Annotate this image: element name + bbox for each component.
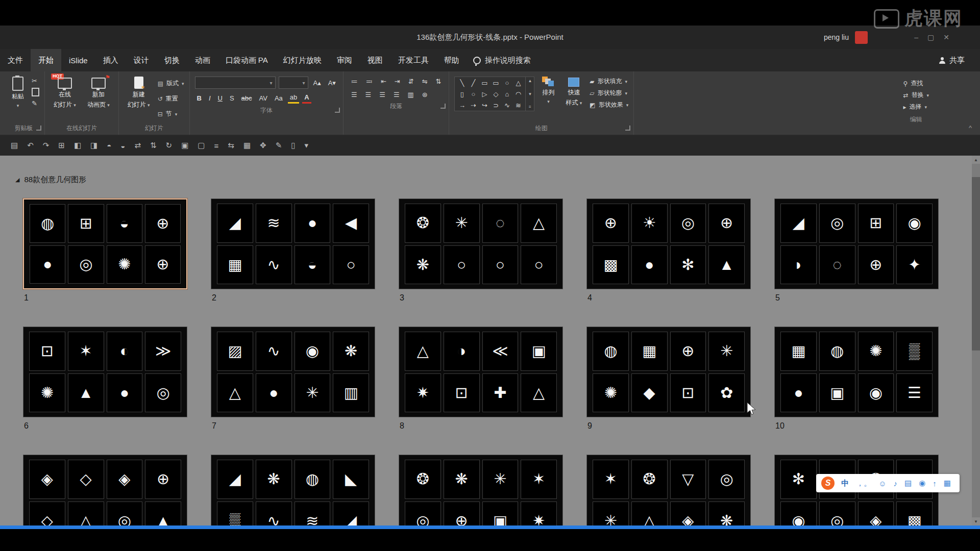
decrease-indent-button[interactable]: ⇤ (378, 77, 389, 86)
underline-button[interactable]: U (216, 93, 225, 103)
shapes-gallery[interactable]: ╲╱▭▭○△▯○▷◇⌂◠→⇢↪⊃∿≋ ▲ ▼ ≡ (454, 77, 534, 111)
collapse-ribbon-icon[interactable]: ^ (969, 124, 972, 132)
restore-icon[interactable]: ▢ (927, 33, 934, 41)
ime-logo-icon[interactable]: S (821, 477, 835, 490)
change-case-button[interactable]: Aa (273, 93, 285, 103)
apps-grid-icon[interactable]: ▦ (940, 479, 954, 488)
rounded-rectangle-icon[interactable]: ▭ (490, 79, 501, 87)
scribble-icon[interactable]: ∿ (501, 102, 512, 109)
slide-thumbnail[interactable]: ◈◇◈⊕◇△◎▲ (23, 455, 187, 525)
right-triangle-icon[interactable]: ▷ (479, 90, 490, 98)
slide-thumbnail[interactable]: ◢≋●◀▦∿◒○ (211, 198, 375, 289)
dashed-arrow-icon[interactable]: ⇢ (468, 102, 479, 109)
new-slide-button[interactable]: 新建 幻灯片 ▾ (124, 74, 154, 111)
rectangle-icon[interactable]: ▭ (479, 79, 490, 87)
distribute-vertical-icon[interactable]: ⇅ (145, 141, 161, 150)
online-slides-button[interactable]: HOT 在线 幻灯片 ▾ (50, 74, 80, 111)
close-icon[interactable]: ✕ (943, 33, 949, 41)
curved-arrow-icon[interactable]: ↪ (479, 102, 490, 109)
ungroup-icon[interactable]: ▢ (193, 141, 209, 150)
slide-thumbnail[interactable]: ◢◎⊞◉◗◌⊕✦ (774, 198, 939, 289)
slide-thumbnail[interactable]: ⊕☀◎⊕▩●✻▲ (586, 198, 751, 289)
vertical-scrollbar[interactable]: ▲ ▼ (972, 156, 980, 525)
slide-thumbnail[interactable]: ◍⊞◒⊕●◎✺⊕ (23, 198, 187, 289)
ribbon-tab-2[interactable]: iSlide (61, 49, 95, 71)
slide-thumbnail[interactable]: ▦◍✺▒●▣◉☰ (774, 327, 939, 417)
ellipse-icon[interactable]: ○ (501, 79, 512, 87)
ribbon-tab-6[interactable]: 动画 (187, 49, 218, 71)
columns-button[interactable]: ▥ (405, 90, 416, 99)
arrange-button[interactable]: 排列 ▾ (538, 74, 558, 107)
reset-button[interactable]: ↺ 重置 (158, 94, 184, 103)
share-button[interactable]: 共享 (939, 49, 965, 71)
align-right-objects-icon[interactable]: ◨ (86, 141, 102, 150)
ribbon-tab-11[interactable]: 开发工具 (390, 49, 436, 71)
bullets-button[interactable]: ≔ (349, 77, 360, 86)
arrow-shape-icon[interactable]: → (456, 102, 468, 109)
find-button[interactable]: ⚲查找 (903, 79, 929, 88)
slide-thumbnail[interactable]: ◢❋◍◣▒∿≋◢ (211, 455, 375, 525)
select-button[interactable]: ▸选择▾ (903, 103, 929, 111)
align-bottom-objects-icon[interactable]: ◒ (116, 141, 130, 150)
replace-button[interactable]: ⇄替换▾ (903, 91, 929, 99)
align-left-button[interactable]: ☰ (349, 90, 360, 99)
rotate-icon[interactable]: ↻ (161, 141, 177, 150)
document-icon[interactable]: ▯ (286, 141, 300, 150)
font-size-select[interactable]: ▾ (279, 77, 308, 89)
tall-rect-icon[interactable]: ▯ (456, 90, 468, 98)
dialog-launcher-icon[interactable] (625, 126, 630, 131)
ribbon-tab-4[interactable]: 设计 (126, 49, 157, 71)
copy-slide-icon[interactable]: ⊞ (54, 141, 69, 150)
ribbon-tab-1[interactable]: 开始 (31, 49, 61, 71)
distribute-horizontal-icon[interactable]: ⇄ (130, 141, 145, 150)
font-name-select[interactable]: ▾ (195, 77, 276, 89)
user-avatar[interactable] (855, 31, 868, 44)
house-shape-icon[interactable]: ⌂ (501, 90, 512, 98)
quick-styles-button[interactable]: 快速 样式 ▾ (562, 74, 585, 109)
numbering-button[interactable]: ≕ (363, 77, 375, 86)
slide-thumbnail[interactable]: ◍▦⊕✳✺◆⊡✿ (586, 327, 751, 417)
save-icon[interactable]: ▤ (6, 141, 22, 150)
redo-icon[interactable]: ↷ (38, 141, 54, 150)
ime-toolbar[interactable]: S 中，。☺♪▤◉↑▦ (816, 474, 960, 492)
circle-shape-icon[interactable]: ○ (468, 90, 479, 98)
line-spacing-button[interactable]: ⇵ (406, 77, 416, 86)
emoji-icon[interactable]: ☺ (875, 479, 890, 488)
diamond-shape-icon[interactable]: ◇ (490, 90, 501, 98)
ribbon-tab-7[interactable]: 口袋动画 PA (218, 49, 276, 71)
keyboard-icon[interactable]: ▤ (901, 479, 915, 488)
minimize-icon[interactable]: – (914, 33, 918, 41)
slide-thumbnail[interactable]: ⊡✶◐≫✺▲●◎ (23, 327, 187, 417)
slide-thumbnail[interactable]: ✶❂▽◎✳△◈❋ (586, 455, 751, 525)
paste-button[interactable]: 粘贴 ▾ (8, 74, 28, 111)
section-button[interactable]: ⊟ 节▾ (158, 110, 184, 118)
cut-icon[interactable]: ✂ (32, 78, 39, 84)
layers-icon[interactable]: ≡ (210, 141, 224, 150)
upload-icon[interactable]: ↑ (929, 479, 940, 488)
new-animation-page-button[interactable]: ⚑ 新加 动画页 ▾ (84, 74, 113, 111)
slide-thumbnail[interactable]: ❂✳◌△❋○○○ (399, 198, 563, 289)
strikethrough-button[interactable]: abc (239, 93, 254, 103)
ribbon-tab-3[interactable]: 插入 (95, 49, 126, 71)
gallery-down-icon[interactable]: ▼ (528, 92, 532, 96)
pen-tool-icon[interactable]: ✎ (271, 141, 287, 150)
punctuation-icon[interactable]: ，。 (852, 479, 875, 488)
more-tools-icon[interactable]: ▾ (300, 141, 313, 150)
line-icon[interactable]: ╲ (456, 79, 468, 87)
increase-indent-button[interactable]: ⇥ (392, 77, 403, 86)
gallery-more-icon[interactable]: ≡ (529, 105, 531, 109)
ribbon-tab-10[interactable]: 视图 (360, 49, 390, 71)
text-shadow-button[interactable]: S (228, 93, 236, 103)
shape-fill-button[interactable]: ▰形状填充▾ (590, 77, 628, 86)
align-center-button[interactable]: ☰ (363, 90, 374, 99)
layout-button[interactable]: ▤ 版式▾ (158, 79, 184, 88)
italic-button[interactable]: I (207, 93, 213, 103)
shape-library-icon[interactable]: ✥ (255, 141, 271, 150)
grow-font-button[interactable]: A▴ (311, 78, 323, 88)
ribbon-tab-12[interactable]: 帮助 (436, 49, 467, 71)
align-top-objects-icon[interactable]: ◓ (102, 141, 116, 150)
gallery-up-icon[interactable]: ▲ (528, 79, 532, 83)
ribbon-tab-8[interactable]: 幻灯片放映 (276, 49, 329, 71)
align-right-button[interactable]: ☰ (377, 90, 388, 99)
justify-button[interactable]: ☰ (391, 90, 402, 99)
